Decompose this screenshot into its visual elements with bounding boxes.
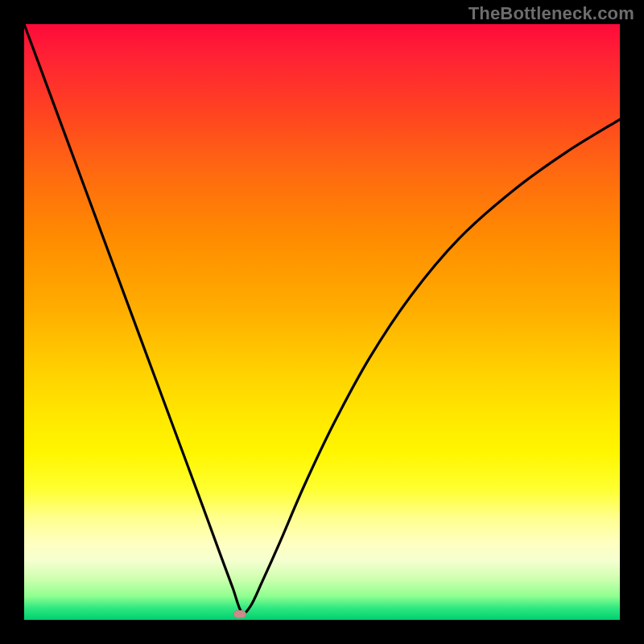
bottleneck-curve	[24, 24, 620, 620]
minimum-marker	[233, 610, 246, 618]
plot-area	[24, 24, 620, 620]
chart-frame: TheBottleneck.com	[0, 0, 644, 644]
watermark-text: TheBottleneck.com	[469, 3, 634, 24]
